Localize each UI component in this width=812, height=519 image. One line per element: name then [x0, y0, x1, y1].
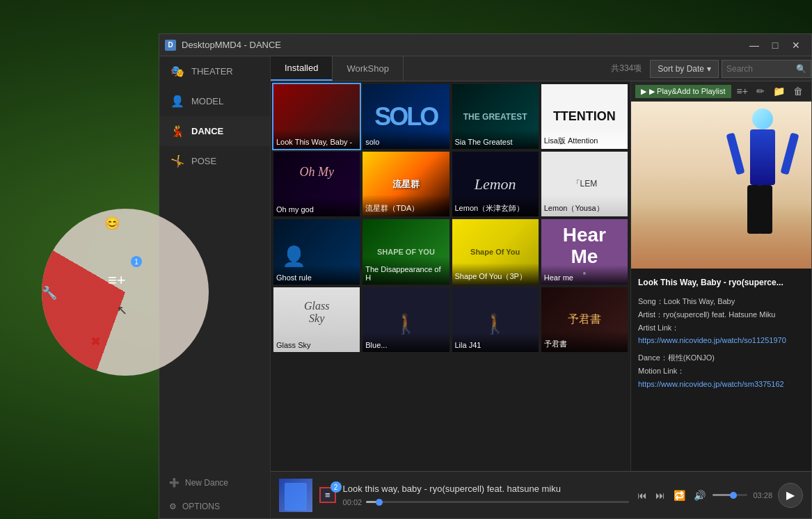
preview-info: Look This Way, Baby - ryo(superce... Son… — [631, 269, 811, 471]
sort-search-area: Sort by Date ▾ 🔍 — [650, 60, 811, 78]
new-dance-icon: ➕ — [169, 478, 180, 488]
queue-badge: 2 — [331, 481, 342, 493]
options-button[interactable]: ⚙ OPTIONS — [159, 495, 270, 518]
motion-label: Motion Link： — [638, 367, 685, 375]
tab-bar: Installed WorkShop 共334项 Sort by Date ▾ … — [271, 56, 811, 81]
artist-link[interactable]: https://www.nicovideo.jp/watch/so1125197… — [638, 336, 786, 344]
next-button[interactable]: ⏭ — [654, 488, 667, 502]
dance-item-label: Lisa版 Attention — [541, 127, 628, 149]
info-dance: Dance：根性(KONJO) — [638, 351, 804, 365]
item-count: 共334项 — [611, 63, 642, 74]
dance-item[interactable]: 🚶 Lila J41 — [452, 287, 539, 352]
search-box[interactable]: 🔍 — [722, 60, 811, 78]
split-layout: Look This Way, Baby - SOLO solo THE GREA… — [271, 81, 811, 471]
motion-link[interactable]: https://www.nicovideo.jp/watch/sm3375162 — [638, 380, 784, 388]
dance-icon: 💃 — [170, 125, 184, 138]
sidebar-item-dance[interactable]: 💃 DANCE — [159, 116, 270, 146]
dance-item[interactable]: Shape Of You Shape Of You（3P） — [452, 219, 539, 284]
sidebar-item-model[interactable]: 👤 MODEL — [159, 86, 270, 116]
search-input[interactable] — [726, 64, 796, 74]
preview-toolbar: ▶ ▶ Play&Add to Playlist ≡+ ✏ 📁 — [631, 81, 811, 102]
dance-item-label: Blue... — [363, 333, 449, 352]
sidebar-item-theater[interactable]: 🎭 THEATER — [159, 56, 270, 86]
tab-workshop[interactable]: WorkShop — [333, 56, 403, 81]
title-bar: D DesktopMMD4 - DANCE — □ ✕ — [159, 34, 811, 56]
prev-button[interactable]: ⏮ — [636, 488, 648, 502]
add-to-list-button[interactable]: ≡+ — [734, 84, 751, 98]
cursor-indicator: ↖ — [117, 303, 127, 318]
song-value: Look This Way, Baby — [664, 297, 735, 305]
dance-item[interactable]: 予君書 予君書 — [541, 287, 628, 352]
preview-image — [631, 102, 811, 269]
person-icon: 😊 — [104, 216, 120, 231]
tab-installed[interactable]: Installed — [271, 56, 333, 81]
sidebar-label-pose: POSE — [191, 156, 216, 166]
volume-slider[interactable] — [713, 494, 747, 496]
sort-label: Sort by Date — [658, 64, 704, 74]
dance-item[interactable]: Lemon Lemon（米津玄師） — [452, 152, 539, 216]
play-add-label: ▶ Play&Add to Playlist — [649, 87, 726, 96]
dance-item-label: Glass Sky — [273, 333, 360, 352]
play-pause-button[interactable]: ▶ — [778, 483, 803, 508]
edit-button[interactable]: ✏ — [754, 84, 767, 98]
artist-value: ryo(supercell) feat. Hatsune Miku — [663, 310, 775, 319]
dance-item[interactable]: 「LEM Lemon（Yousa） — [541, 152, 628, 216]
artist-label: Artist： — [638, 310, 663, 319]
folder-button[interactable]: 📁 — [770, 84, 788, 98]
app-title: DesktopMMD4 - DANCE — [182, 40, 745, 50]
dance-item[interactable]: Glass Sky Glass Sky — [273, 287, 360, 352]
queue-list-icon: ≡ — [325, 490, 331, 500]
progress-bar[interactable] — [366, 501, 629, 503]
dance-item[interactable]: 🚶 Blue... — [363, 287, 449, 352]
dance-item[interactable]: THE GREATEST Sia The Greatest — [452, 84, 539, 149]
player-controls: ⏮ ⏭ 🔁 🔊 03:28 ▶ — [636, 483, 803, 508]
sidebar-label-dance: DANCE — [191, 126, 223, 136]
edit-icon: ✏ — [756, 86, 765, 97]
info-artist: Artist：ryo(supercell) feat. Hatsune Miku — [638, 308, 804, 321]
dance-item-label: Look This Way, Baby - — [273, 129, 360, 149]
queue-button-area: ≡ 2 — [319, 487, 336, 503]
minimize-button[interactable]: — — [745, 38, 764, 52]
miku-figure — [724, 105, 801, 269]
app-icon: D — [165, 40, 176, 51]
info-artist-link: Artist Link：https://www.nicovideo.jp/wat… — [638, 321, 804, 347]
sidebar-label-theater: THEATER — [191, 66, 233, 77]
dance-item[interactable]: TTENTION Lisa版 Attention — [541, 84, 628, 149]
close-circle-icon: ✖ — [90, 334, 101, 349]
player-progress[interactable]: 00:02 — [343, 497, 630, 506]
dance-item-label: Hear me — [541, 265, 628, 285]
play-pause-icon: ▶ — [786, 488, 795, 502]
dance-item-label: 予君書 — [541, 330, 628, 352]
mannequin-area: 😊 🔧 ✖ ≡+ 1 ↖ — [0, 0, 160, 519]
dance-item[interactable]: 👤 Ghost rule — [273, 219, 360, 284]
dance-item[interactable]: SHAPE OF YOU The Disappearance of H — [363, 219, 449, 284]
dance-item[interactable]: 流星群 流星群（TDA） — [363, 152, 449, 216]
dance-grid-container[interactable]: Look This Way, Baby - SOLO solo THE GREA… — [271, 81, 630, 471]
dance-item[interactable]: SOLO solo — [363, 84, 449, 149]
sidebar-bottom: ➕ New Dance ⚙ OPTIONS — [159, 471, 270, 518]
dance-label: Dance： — [638, 353, 668, 362]
dance-item[interactable]: HearMe • Hear me — [541, 219, 628, 284]
dance-item-label: Sia The Greatest — [452, 129, 539, 149]
delete-button[interactable]: 🗑 — [790, 84, 806, 98]
volume-button[interactable]: 🔊 — [692, 488, 707, 502]
sidebar-label-model: MODEL — [191, 96, 223, 106]
info-motion-link: Motion Link：https://www.nicovideo.jp/wat… — [638, 365, 804, 390]
close-button[interactable]: ✕ — [786, 38, 806, 52]
volume-dot — [730, 492, 737, 499]
new-dance-button[interactable]: ➕ New Dance — [159, 471, 270, 495]
dance-item[interactable]: Look This Way, Baby - — [273, 84, 360, 149]
play-add-playlist-button[interactable]: ▶ ▶ Play&Add to Playlist — [635, 85, 731, 98]
dance-item-label: Lemon（Yousa） — [541, 195, 628, 216]
wrench-icon: 🔧 — [42, 285, 57, 301]
player-time-current: 00:02 — [343, 498, 363, 506]
options-icon: ⚙ — [169, 502, 177, 511]
repeat-button[interactable]: 🔁 — [672, 488, 687, 502]
sidebar-item-pose[interactable]: 🤸 POSE — [159, 146, 270, 176]
dance-item[interactable]: Oh My Oh my god — [273, 152, 360, 216]
sort-button[interactable]: Sort by Date ▾ — [650, 60, 719, 78]
player-time-total: 03:28 — [753, 491, 772, 500]
preview-panel: ▶ ▶ Play&Add to Playlist ≡+ ✏ 📁 — [630, 81, 811, 471]
maximize-button[interactable]: □ — [765, 38, 785, 52]
preview-title: Look This Way, Baby - ryo(superce... — [638, 276, 804, 289]
